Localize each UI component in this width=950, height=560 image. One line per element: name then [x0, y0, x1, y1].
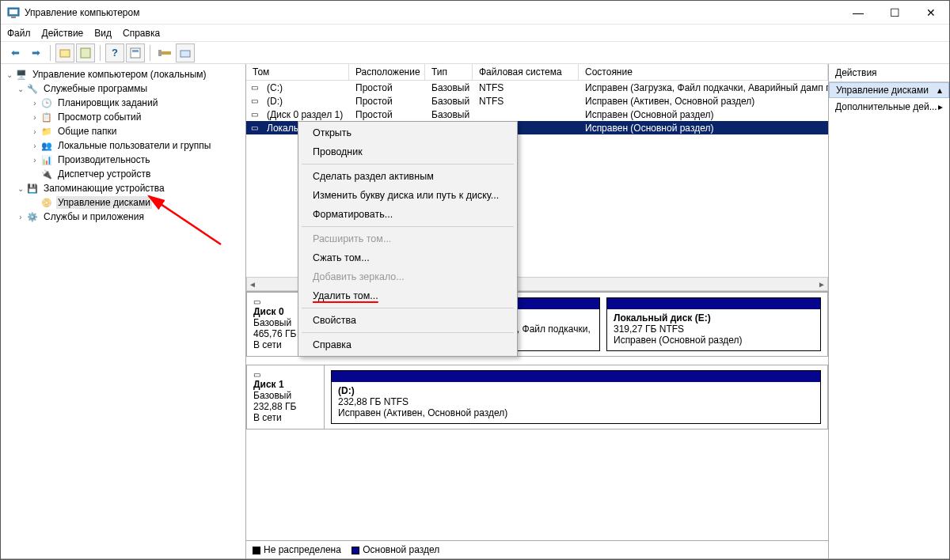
actions-pane: Действия Управление дисками▴ Дополнитель…: [829, 64, 949, 558]
tree-storage[interactable]: ⌄💾Запоминающие устройства: [1, 181, 245, 195]
col-type[interactable]: Тип: [425, 64, 473, 80]
actions-title: Действия: [829, 64, 949, 82]
svg-rect-2: [11, 17, 16, 18]
separator: [302, 308, 514, 308]
disk-icon: ▭: [251, 110, 264, 119]
table-row[interactable]: ▭(Диск 0 раздел 1)ПростойБазовыйИсправен…: [246, 108, 828, 121]
close-button[interactable]: ✕: [913, 1, 949, 24]
ctx-delete-volume[interactable]: Удалить том...: [300, 286, 515, 305]
tree-pane: ⌄🖥️Управление компьютером (локальным) ⌄🔧…: [1, 64, 246, 558]
ctx-open[interactable]: Открыть: [300, 123, 515, 142]
disk-icon: ▭: [251, 96, 264, 105]
tree-users[interactable]: ›👥Локальные пользователи и группы: [1, 138, 245, 153]
col-volume[interactable]: Том: [246, 64, 349, 80]
actions-more[interactable]: Дополнительные дей...▸: [829, 98, 949, 115]
tree-scheduler[interactable]: ›🕒Планировщик заданий: [1, 96, 245, 110]
menu-view[interactable]: Вид: [94, 28, 112, 39]
menu-help[interactable]: Справка: [123, 28, 160, 39]
tree-device-manager[interactable]: 🔌Диспетчер устройств: [1, 167, 245, 181]
menu-action[interactable]: Действие: [42, 28, 84, 39]
legend-swatch-blue: [352, 547, 359, 554]
col-filesystem[interactable]: Файловая система: [473, 64, 579, 80]
window-title: Управление компьютером: [25, 7, 840, 18]
tree-system-tools[interactable]: ⌄🔧Служебные программы: [1, 81, 245, 96]
ctx-mirror: Добавить зеркало...: [300, 267, 515, 286]
ctx-explorer[interactable]: Проводник: [300, 142, 515, 161]
toolbar-icon-5[interactable]: [176, 44, 195, 62]
svg-rect-5: [131, 48, 140, 58]
separator: [302, 226, 514, 227]
minimize-button[interactable]: —: [840, 1, 876, 24]
ctx-shrink[interactable]: Сжать том...: [300, 248, 515, 267]
col-layout[interactable]: Расположение: [349, 64, 425, 80]
context-menu: Открыть Проводник Сделать раздел активны…: [298, 121, 518, 357]
separator: [150, 45, 150, 61]
disk1-partition1[interactable]: (D:)232,88 ГБ NTFSИсправен (Активен, Осн…: [331, 370, 821, 424]
ctx-make-active[interactable]: Сделать раздел активным: [300, 167, 515, 186]
toolbar: ⬅ ➡ ?: [1, 42, 949, 64]
svg-rect-8: [158, 50, 162, 56]
disk0-partition3[interactable]: Локальный диск (E:)319,27 ГБ NTFSИсправе…: [606, 297, 821, 351]
toolbar-icon-1[interactable]: [55, 44, 74, 62]
disk-icon: ▭: [251, 83, 264, 92]
tree-services[interactable]: ›⚙️Службы и приложения: [1, 210, 245, 224]
svg-rect-6: [132, 50, 139, 52]
tree-event-viewer[interactable]: ›📋Просмотр событий: [1, 110, 245, 124]
menu-file[interactable]: Файл: [7, 28, 31, 39]
svg-rect-1: [10, 9, 17, 14]
app-icon: [7, 6, 20, 19]
table-header: Том Расположение Тип Файловая система Со…: [246, 64, 828, 81]
tree-shared-folders[interactable]: ›📁Общие папки: [1, 124, 245, 138]
tree-performance[interactable]: ›📊Производительность: [1, 153, 245, 167]
tree-root[interactable]: ⌄🖥️Управление компьютером (локальным): [1, 67, 245, 81]
forward-button[interactable]: ➡: [26, 44, 45, 62]
maximize-button[interactable]: ☐: [876, 1, 913, 24]
disk1-block: ▭ Диск 1 Базовый 232,88 ГБ В сети (D:)23…: [246, 365, 828, 429]
toolbar-icon-2[interactable]: [76, 44, 95, 62]
table-row[interactable]: ▭(D:)ПростойБазовыйNTFSИсправен (Активен…: [246, 94, 828, 108]
chevron-right-icon: ▸: [938, 101, 943, 112]
actions-selected[interactable]: Управление дисками▴: [829, 82, 949, 98]
toolbar-icon-3[interactable]: [126, 44, 145, 62]
menubar: Файл Действие Вид Справка: [1, 25, 949, 42]
ctx-format[interactable]: Форматировать...: [300, 205, 515, 224]
ctx-change-letter[interactable]: Изменить букву диска или путь к диску...: [300, 186, 515, 205]
chevron-up-icon: ▴: [937, 85, 942, 96]
back-button[interactable]: ⬅: [6, 44, 25, 62]
ctx-extend: Расширить том...: [300, 229, 515, 248]
svg-rect-3: [60, 50, 70, 57]
legend-swatch-black: [253, 547, 260, 554]
disk-icon: ▭: [251, 123, 264, 132]
titlebar: Управление компьютером — ☐ ✕: [1, 1, 949, 25]
tree-disk-management[interactable]: 📀Управление дисками: [1, 195, 245, 210]
toolbar-icon-4[interactable]: [155, 44, 174, 62]
separator: [302, 332, 514, 333]
svg-rect-9: [180, 51, 190, 57]
svg-rect-4: [81, 48, 90, 58]
legend: Не распределена Основной раздел: [246, 540, 828, 558]
ctx-help[interactable]: Справка: [300, 335, 515, 354]
disk1-info: ▭ Диск 1 Базовый 232,88 ГБ В сети: [247, 365, 325, 429]
table-row[interactable]: ▭(C:)ПростойБазовыйNTFSИсправен (Загрузк…: [246, 81, 828, 94]
separator: [50, 45, 51, 61]
col-status[interactable]: Состояние: [579, 64, 828, 80]
ctx-properties[interactable]: Свойства: [300, 311, 515, 330]
help-icon[interactable]: ?: [105, 44, 124, 62]
separator: [100, 45, 101, 61]
separator: [302, 164, 514, 165]
